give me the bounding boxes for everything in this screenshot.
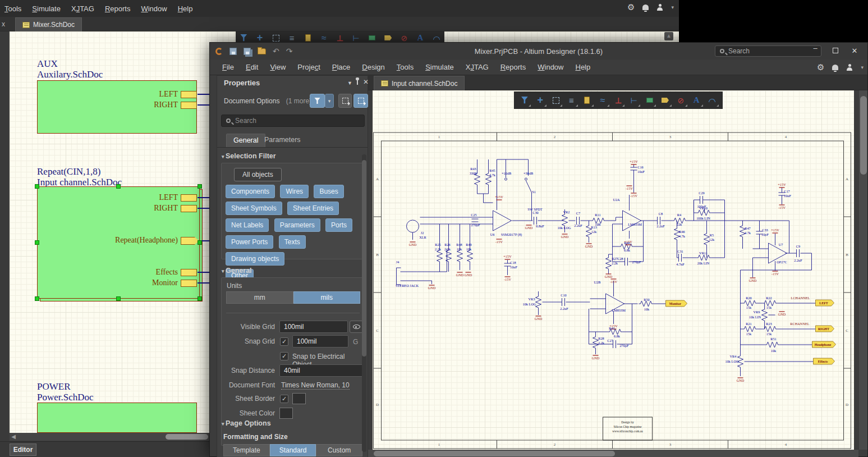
menu-xjtag[interactable]: XJTAG — [71, 4, 94, 13]
filter-button[interactable] — [310, 94, 325, 108]
visible-grid-eye-button[interactable] — [350, 321, 363, 333]
filter-net-labels[interactable]: Net Labels — [226, 218, 269, 232]
minimize-button[interactable]: – — [809, 44, 821, 52]
sheet-entry[interactable] — [181, 280, 197, 287]
snap-distance-input[interactable] — [279, 364, 364, 377]
selection-handle[interactable] — [35, 184, 39, 189]
close-button[interactable]: ✕ — [848, 47, 861, 55]
text-icon[interactable] — [690, 93, 704, 107]
document-font-value[interactable]: Times New Roman, 10 — [281, 381, 350, 390]
snap-electrical-checkbox[interactable]: ✓ — [280, 352, 288, 360]
snap-grid-checkbox[interactable]: ✓ — [280, 337, 288, 346]
panel-scrollbar[interactable] — [362, 154, 366, 452]
open-folder-icon[interactable] — [258, 48, 266, 54]
global-search[interactable]: Search — [715, 45, 821, 57]
menu-simulate[interactable]: Simulate — [32, 4, 61, 13]
scroll-thumb[interactable] — [860, 96, 867, 175]
port-icon[interactable] — [658, 93, 672, 107]
sheet-icon[interactable] — [642, 93, 656, 107]
bell-icon[interactable] — [642, 4, 649, 10]
menu-simulate[interactable]: Simulate — [425, 63, 454, 71]
v-scrollbar[interactable] — [858, 90, 867, 450]
filter-all-objects[interactable]: All objects — [234, 168, 282, 181]
filter-wires[interactable]: Wires — [280, 185, 309, 198]
wire-icon[interactable] — [596, 93, 610, 107]
chevron-down-icon[interactable]: ▾ — [861, 65, 864, 70]
sheet-entry[interactable] — [181, 102, 197, 109]
filter-drawing-objects[interactable]: Drawing objects — [226, 252, 284, 266]
measure-icon[interactable] — [627, 93, 641, 107]
save-icon[interactable] — [229, 48, 237, 55]
select-touch-button[interactable] — [353, 94, 368, 108]
menu-reports[interactable]: Reports — [105, 4, 131, 13]
save-all-icon[interactable] — [244, 48, 251, 55]
filter-texts[interactable]: Texts — [279, 235, 306, 249]
h-scrollbar[interactable] — [368, 450, 858, 457]
user-icon[interactable] — [846, 64, 853, 71]
menu-help[interactable]: Help — [575, 63, 590, 71]
user-icon[interactable] — [656, 4, 663, 11]
scroll-thumb[interactable] — [166, 434, 208, 440]
filter-sheet-symbols[interactable]: Sheet Symbols — [226, 202, 282, 215]
menu-place[interactable]: Place — [332, 63, 351, 71]
align-icon[interactable] — [564, 93, 578, 107]
sheet-border-color[interactable] — [292, 393, 306, 404]
filter-buses[interactable]: Buses — [314, 185, 343, 198]
titlebar[interactable]: ↶ ↷ Mixer.PrjPCB - Altium Designer (18.1… — [210, 43, 867, 60]
units-mils[interactable]: mils — [293, 291, 361, 304]
selection-handle[interactable] — [35, 296, 39, 301]
sheet-symbol-power[interactable] — [37, 403, 197, 433]
pin-icon[interactable] — [357, 80, 358, 85]
scroll-thumb[interactable] — [374, 451, 615, 456]
gear-icon[interactable]: ⚙ — [817, 62, 824, 72]
bg-scroll-up-icon[interactable]: ▲ — [664, 32, 673, 40]
redo-icon[interactable]: ↷ — [286, 47, 293, 55]
menu-window[interactable]: Window — [141, 4, 167, 13]
filter-dropdown[interactable]: ▾ — [325, 94, 334, 108]
panel-dropdown-icon[interactable]: ▼ — [347, 80, 352, 86]
sheet-color[interactable] — [279, 408, 293, 419]
tab-parameters[interactable]: Parameters — [258, 134, 307, 147]
menu-file[interactable]: File — [222, 63, 234, 71]
snap-grid-input[interactable] — [292, 335, 348, 348]
filter-ports[interactable]: Ports — [325, 218, 352, 232]
noerc-icon[interactable] — [674, 93, 688, 107]
doc-tab-input-channel[interactable]: Input channel.SchDoc — [374, 76, 465, 90]
filter-sheet-entries[interactable]: Sheet Entries — [287, 202, 339, 215]
filter-icon[interactable] — [517, 93, 531, 107]
units-mm[interactable]: mm — [226, 291, 293, 304]
bell-icon[interactable] — [832, 65, 838, 70]
sheet-entry[interactable] — [181, 194, 197, 202]
section-selection-filter[interactable]: Selection Filter — [222, 152, 276, 160]
panel-search[interactable]: Search — [221, 115, 365, 127]
menu-reports[interactable]: Reports — [500, 63, 526, 71]
selection-handle[interactable] — [198, 184, 202, 189]
visible-grid-input[interactable] — [279, 321, 348, 333]
selection-handle[interactable] — [116, 184, 121, 189]
selection-handle[interactable] — [198, 240, 202, 245]
gnd-icon[interactable] — [611, 93, 625, 107]
arc-icon[interactable] — [705, 93, 719, 107]
selection-handle[interactable] — [35, 240, 39, 245]
maximize-button[interactable] — [829, 47, 842, 55]
select-overlap-button[interactable] — [338, 94, 352, 108]
menu-edit[interactable]: Edit — [246, 63, 258, 71]
size-standard[interactable]: Standard — [270, 444, 316, 456]
selection-handle[interactable] — [116, 296, 121, 301]
filter-power-ports[interactable]: Power Ports — [226, 235, 273, 249]
sheet-entry[interactable] — [181, 269, 197, 276]
schematic-canvas[interactable]: 12341234ABCDABCDDesign bySilicon Chip ma… — [373, 90, 854, 450]
gear-icon[interactable]: ⚙ — [627, 2, 635, 12]
menu-tools[interactable]: Tools — [397, 63, 414, 71]
menu-tools[interactable]: Tools — [4, 4, 21, 13]
menu-project[interactable]: Project — [297, 63, 320, 71]
undo-icon[interactable]: ↶ — [273, 47, 279, 55]
menu-window[interactable]: Window — [538, 63, 563, 71]
menu-xjtag[interactable]: XJTAG — [466, 63, 489, 71]
scroll-thumb[interactable] — [362, 160, 366, 357]
menu-view[interactable]: View — [270, 63, 286, 71]
part-icon[interactable] — [580, 93, 594, 107]
selection-handle[interactable] — [198, 296, 202, 301]
bg-doc-tab[interactable]: Mixer.SchDoc — [15, 17, 82, 31]
filter-components[interactable]: Components — [226, 185, 275, 198]
